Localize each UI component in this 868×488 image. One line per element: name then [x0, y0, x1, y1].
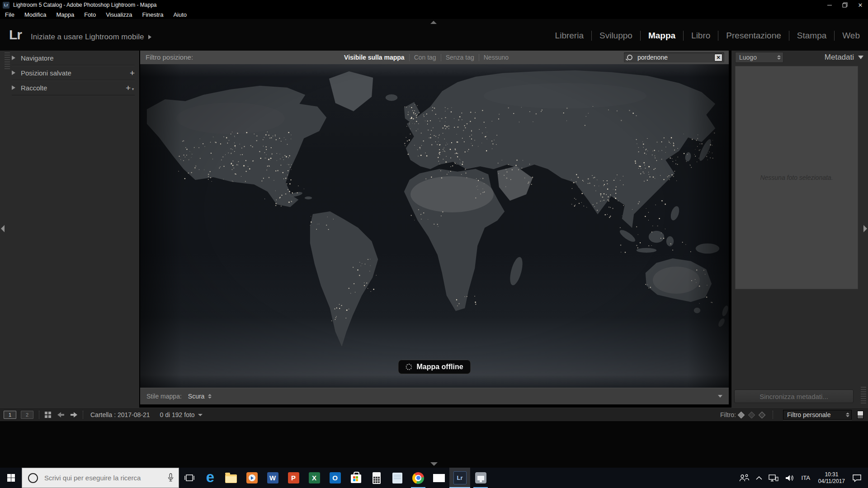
taskbar-app-edge[interactable]: e [200, 468, 221, 488]
menu-modifica[interactable]: Modifica [19, 11, 51, 18]
filter-visible-on-map[interactable]: Visibile sulla mappa [344, 54, 405, 61]
collapse-top-panel-icon[interactable] [430, 21, 437, 24]
taskbar-app-chrome[interactable] [408, 468, 429, 488]
grid-view-icon[interactable] [45, 412, 51, 418]
system-tray: ITA 10:31 04/11/2017 [736, 468, 868, 488]
menu-mappa[interactable]: Mappa [51, 11, 79, 18]
taskbar-app-notepad[interactable] [387, 468, 408, 488]
word-icon: W [267, 472, 278, 483]
minimize-button[interactable] [822, 0, 837, 10]
language-indicator[interactable]: ITA [797, 474, 814, 481]
taskbar-app-store[interactable] [345, 468, 366, 488]
action-center-icon[interactable] [849, 468, 868, 488]
world-map[interactable]: Mappa offline [140, 64, 729, 388]
filter-con-tag[interactable]: Con tag [414, 54, 436, 61]
taskbar-app-mail[interactable] [429, 468, 449, 488]
module-mappa[interactable]: Mappa [647, 31, 676, 41]
search-input[interactable] [637, 53, 706, 61]
menu-finestra[interactable]: Finestra [137, 11, 168, 18]
volume-icon[interactable] [782, 468, 797, 488]
filter-preset-dropdown[interactable]: Filtro personale [783, 410, 852, 420]
flag-filter-icon[interactable] [759, 411, 766, 418]
people-icon[interactable] [736, 468, 753, 488]
back-arrow-icon[interactable] [57, 412, 64, 418]
taskbar-app-excel[interactable]: X [304, 468, 325, 488]
map-search-field[interactable]: ✕ [624, 52, 724, 62]
expand-arrow-icon[interactable] [12, 85, 15, 90]
add-saved-location-button[interactable]: + [130, 69, 135, 77]
add-collection-button[interactable]: +▼ [126, 84, 135, 92]
taskbar-app-lightroom[interactable]: Lr [449, 468, 470, 488]
close-button[interactable]: ✕ [853, 0, 868, 10]
lightroom-mobile-promo[interactable]: Iniziate a usare Lightroom mobile [31, 33, 151, 42]
section-raccolte[interactable]: Raccolte +▼ [12, 80, 135, 95]
photo-count[interactable]: 0 di 192 foto [160, 411, 203, 418]
module-libreria[interactable]: Libreria [554, 31, 585, 41]
microphone-icon[interactable] [167, 473, 174, 483]
map-style-value[interactable]: Scura [188, 393, 205, 400]
section-posizioni-salvate[interactable]: Posizioni salvate + [12, 66, 135, 80]
location-stepper-icon[interactable] [777, 55, 781, 60]
folder-breadcrumb[interactable]: Cartella : 2017-08-21 [90, 411, 150, 418]
menu-foto[interactable]: Foto [79, 11, 101, 18]
clock-time: 10:31 [818, 471, 845, 478]
taskbar-app-calculator[interactable] [366, 468, 387, 488]
section-navigatore[interactable]: Navigatore [12, 51, 135, 66]
outlook-icon: O [330, 472, 341, 483]
start-button[interactable] [0, 468, 22, 488]
taskbar-search-input[interactable] [43, 474, 154, 482]
show-left-panel-icon[interactable] [1, 225, 5, 232]
metadata-panel-header[interactable]: Metadati [825, 53, 863, 62]
toolbar-options-icon[interactable] [718, 395, 722, 398]
collapse-filmstrip-icon[interactable] [430, 462, 438, 466]
taskbar-app-powerpoint[interactable]: P [283, 468, 304, 488]
menu-file[interactable]: File [0, 11, 19, 18]
module-web[interactable]: Web [841, 31, 861, 41]
taskbar-app-file-explorer[interactable] [221, 468, 241, 488]
show-right-panel-icon[interactable] [863, 225, 867, 232]
taskbar-app-word[interactable]: W [262, 468, 283, 488]
main-window-button[interactable]: 1 [4, 411, 16, 419]
taskbar-app-media-player[interactable] [241, 468, 262, 488]
edge-icon: e [206, 469, 214, 484]
windows-taskbar: e W P X O Lr ITA 10:31 04/11/2017 [0, 468, 868, 488]
taskbar-search-box[interactable] [22, 468, 179, 488]
chrome-icon [412, 472, 424, 484]
filter-nessuno[interactable]: Nessuno [484, 54, 509, 61]
map-style-stepper-icon[interactable] [208, 394, 212, 399]
module-sviluppo[interactable]: Sviluppo [599, 31, 633, 41]
forward-arrow-icon[interactable] [71, 412, 77, 418]
sync-metadata-button[interactable]: Sincronizza metadati... [734, 389, 854, 403]
flag-filter-icon[interactable] [748, 411, 755, 418]
filmstrip-filter-label: Filtro: [720, 411, 736, 418]
promo-arrow-icon [148, 35, 151, 39]
taskbar-app-screen-recorder[interactable] [470, 468, 491, 488]
network-icon[interactable] [765, 468, 782, 488]
menu-visualizza[interactable]: Visualizza [101, 11, 137, 18]
menu-aiuto[interactable]: Aiuto [168, 11, 192, 18]
module-presentazione[interactable]: Presentazione [725, 31, 782, 41]
filter-senza-tag[interactable]: Senza tag [446, 54, 474, 61]
panel-grip[interactable] [5, 52, 10, 70]
module-stampa[interactable]: Stampa [796, 31, 827, 41]
second-window-button[interactable]: 2 [21, 411, 33, 419]
restore-button[interactable] [837, 0, 853, 10]
expand-arrow-icon[interactable] [12, 56, 15, 60]
chevron-down-icon [858, 56, 863, 59]
screen-recorder-icon [475, 472, 486, 483]
media-player-icon [246, 472, 258, 483]
taskbar-app-outlook[interactable]: O [325, 468, 345, 488]
tray-expand-chevron-icon[interactable] [753, 468, 765, 488]
module-libro[interactable]: Libro [690, 31, 711, 41]
taskbar-clock[interactable]: 10:31 04/11/2017 [814, 471, 849, 485]
clear-search-button[interactable]: ✕ [714, 54, 722, 61]
filter-toggle-switch[interactable] [857, 411, 863, 419]
windows-logo-icon [7, 474, 15, 482]
preset-stepper-icon [846, 413, 849, 417]
panel-grip[interactable] [861, 387, 866, 405]
flag-filter-icon[interactable] [738, 411, 745, 418]
location-dropdown[interactable]: Luogo [735, 52, 783, 63]
calculator-icon [373, 472, 381, 484]
expand-arrow-icon[interactable] [12, 70, 15, 75]
task-view-button[interactable] [179, 468, 200, 488]
